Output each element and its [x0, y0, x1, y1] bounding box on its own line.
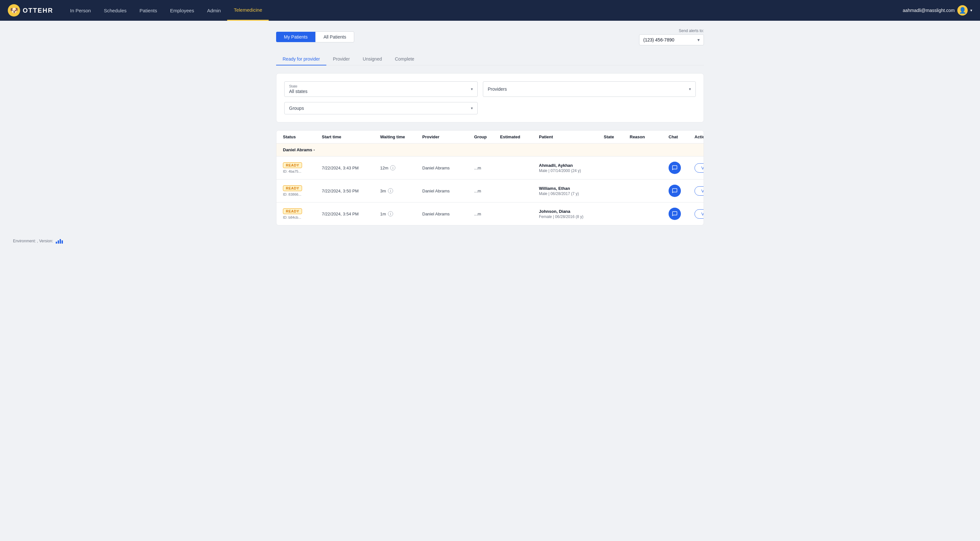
user-avatar-icon: 👤: [957, 5, 968, 16]
view-button-2[interactable]: View: [695, 186, 704, 196]
patient-cell-2: Williams, Ethan Male | 06/28/2017 (7 y): [539, 186, 604, 196]
start-time-cell-1: 7/22/2024, 3:43 PM: [322, 165, 380, 170]
state-filter[interactable]: State All states ▾: [284, 81, 478, 97]
waiting-time-cell-2: 3m i: [380, 188, 422, 194]
nav-item-in-person[interactable]: In Person: [64, 0, 97, 21]
chat-cell-3: [668, 208, 695, 220]
groups-filter-arrow-icon: ▾: [471, 106, 473, 111]
navbar: 🐶 OTTEHR In Person Schedules Patients Em…: [0, 0, 980, 21]
footer: Environment: , Version:: [0, 233, 980, 249]
nav-item-schedules[interactable]: Schedules: [97, 0, 133, 21]
tab-ready-for-provider[interactable]: Ready for provider: [276, 53, 326, 65]
group-cell-2: ...m: [474, 189, 500, 194]
col-provider: Provider: [422, 135, 474, 139]
col-reason: Reason: [630, 135, 668, 139]
groups-filter[interactable]: Groups ▾: [284, 102, 478, 114]
state-filter-label: State: [289, 84, 307, 88]
waiting-time-info-icon-1[interactable]: i: [390, 165, 395, 170]
chat-icon-1: [672, 165, 678, 171]
view-button-1[interactable]: View: [695, 163, 704, 173]
status-cell-1: READY ID: 4ba75...: [283, 162, 322, 173]
filters-row-1: State All states ▾ Providers ▾: [284, 81, 696, 97]
waiting-time-cell-3: 1m i: [380, 211, 422, 216]
chat-button-2[interactable]: [668, 185, 681, 197]
alerts-dropdown[interactable]: (123) 456-7890 ▾: [639, 34, 704, 45]
groups-filter-placeholder: Groups: [289, 106, 304, 111]
id-text-2: ID: 83866...: [283, 192, 322, 196]
app-logo[interactable]: 🐶 OTTEHR: [8, 4, 53, 16]
tab-provider[interactable]: Provider: [326, 53, 356, 65]
group-cell-1: ...m: [474, 165, 500, 170]
version-chart-icon: [56, 238, 63, 244]
alerts-label: Send alerts to:: [679, 29, 704, 33]
col-patient: Patient: [539, 135, 604, 139]
col-waiting-time: Waiting time: [380, 135, 422, 139]
alerts-dropdown-arrow-icon: ▾: [697, 37, 700, 43]
patient-info-1: Male | 07/14/2000 (24 y): [539, 168, 604, 173]
tabs-bar: Ready for provider Provider Unsigned Com…: [276, 53, 704, 65]
col-status: Status: [283, 135, 322, 139]
logo-text: OTTEHR: [23, 7, 53, 14]
waiting-time-cell-1: 12m i: [380, 165, 422, 170]
patient-name-2: Williams, Ethan: [539, 186, 604, 191]
table-row: READY ID: 4ba75... 7/22/2024, 3:43 PM 12…: [277, 157, 703, 179]
status-badge-3: READY: [283, 208, 302, 214]
col-state: State: [604, 135, 630, 139]
all-patients-button[interactable]: All Patients: [315, 32, 354, 43]
tab-unsigned[interactable]: Unsigned: [356, 53, 388, 65]
chat-button-1[interactable]: [668, 162, 681, 174]
nav-item-employees[interactable]: Employees: [164, 0, 200, 21]
action-cell-3: View: [695, 209, 704, 219]
chat-cell-1: [668, 162, 695, 174]
providers-filter-arrow-icon: ▾: [689, 87, 691, 91]
patient-name-1: Ahmadli, Aykhan: [539, 163, 604, 168]
footer-label: Environment: , Version:: [13, 239, 53, 243]
table-header: Status Start time Waiting time Provider …: [277, 130, 703, 143]
col-group: Group: [474, 135, 500, 139]
waiting-time-info-icon-2[interactable]: i: [388, 188, 393, 194]
col-start-time: Start time: [322, 135, 380, 139]
tab-complete[interactable]: Complete: [388, 53, 421, 65]
action-cell-2: View: [695, 186, 704, 196]
nav-items: In Person Schedules Patients Employees A…: [64, 0, 902, 21]
provider-cell-1: Daniel Abrams: [422, 165, 474, 170]
state-filter-arrow-icon: ▾: [471, 87, 473, 91]
patient-info-3: Female | 06/28/2016 (8 y): [539, 214, 604, 219]
chat-icon-3: [672, 211, 678, 217]
nav-item-patients[interactable]: Patients: [133, 0, 164, 21]
table-row: READY ID: b84cb... 7/22/2024, 3:54 PM 1m…: [277, 203, 703, 225]
top-row: My Patients All Patients Send alerts to:…: [276, 29, 704, 45]
view-button-3[interactable]: View: [695, 209, 704, 219]
alerts-section: Send alerts to: (123) 456-7890 ▾: [639, 29, 704, 45]
patient-cell-3: Johnson, Diana Female | 06/28/2016 (8 y): [539, 209, 604, 219]
col-action: Action: [695, 135, 704, 139]
patient-cell-1: Ahmadli, Aykhan Male | 07/14/2000 (24 y): [539, 163, 604, 173]
col-estimated: Estimated: [500, 135, 539, 139]
providers-filter-placeholder: Providers: [488, 87, 507, 92]
provider-cell-3: Daniel Abrams: [422, 211, 474, 216]
logo-icon: 🐶: [8, 4, 20, 16]
provider-cell-2: Daniel Abrams: [422, 189, 474, 194]
main-content: My Patients All Patients Send alerts to:…: [263, 21, 717, 233]
id-text-3: ID: b84cb...: [283, 216, 322, 219]
group-cell-3: ...m: [474, 211, 500, 216]
providers-filter[interactable]: Providers ▾: [483, 81, 696, 97]
nav-item-admin[interactable]: Admin: [200, 0, 228, 21]
chat-button-3[interactable]: [668, 208, 681, 220]
chat-cell-2: [668, 185, 695, 197]
start-time-cell-2: 7/22/2024, 3:50 PM: [322, 189, 380, 194]
status-cell-2: READY ID: 83866...: [283, 185, 322, 196]
patient-name-3: Johnson, Diana: [539, 209, 604, 214]
patient-info-2: Male | 06/28/2017 (7 y): [539, 192, 604, 196]
nav-item-telemedicine[interactable]: Telemedicine: [227, 0, 269, 21]
alerts-value: (123) 456-7890: [643, 37, 675, 43]
my-patients-button[interactable]: My Patients: [276, 32, 315, 42]
filters-row-2: Groups ▾: [284, 102, 696, 114]
waiting-time-info-icon-3[interactable]: i: [388, 211, 393, 216]
id-text-1: ID: 4ba75...: [283, 170, 322, 173]
group-row-daniel-abrams: Daniel Abrams -: [277, 143, 703, 157]
status-badge-2: READY: [283, 185, 302, 191]
nav-user[interactable]: aahmadli@masslight.com 👤 ▾: [903, 5, 972, 16]
user-dropdown-arrow[interactable]: ▾: [970, 8, 972, 13]
patients-table: Status Start time Waiting time Provider …: [276, 130, 704, 225]
